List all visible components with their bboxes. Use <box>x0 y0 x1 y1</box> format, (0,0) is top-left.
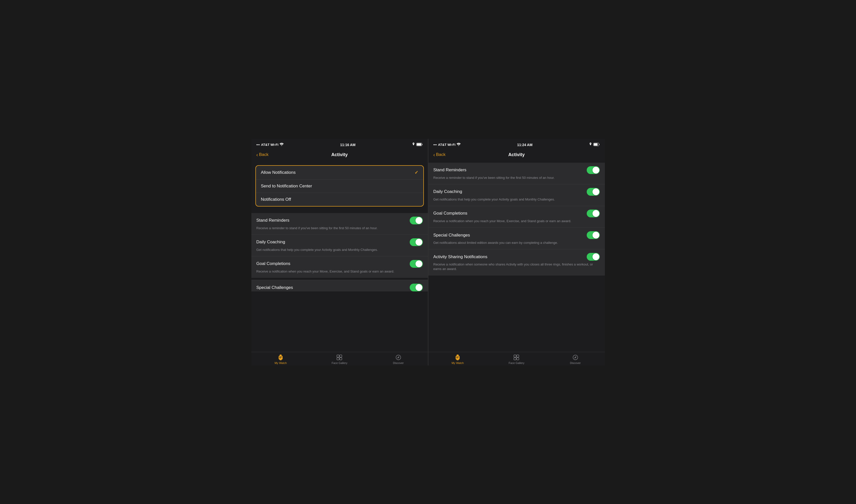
tab-my-watch-label-right: My Watch <box>451 361 464 364</box>
stand-reminders-desc-left: Receive a reminder to stand if you've be… <box>256 226 423 233</box>
special-challenges-label-right: Special Challenges <box>433 233 470 238</box>
status-right-left <box>412 143 423 147</box>
status-bar-right: ▪▪▪ AT&T Wi-Fi 11:24 AM <box>428 139 605 150</box>
activity-sharing-desc-right: Receive a notification when someone who … <box>433 262 600 274</box>
toggle-knob <box>593 253 599 260</box>
status-right-right <box>589 143 600 147</box>
goal-completions-desc-left: Receive a notification when you reach yo… <box>256 269 423 276</box>
wifi-icon-right <box>457 143 461 147</box>
svg-rect-11 <box>340 358 342 360</box>
back-label-right[interactable]: Back <box>436 152 446 157</box>
daily-coaching-toggle-right[interactable] <box>587 188 600 196</box>
tab-discover-label-right: Discover <box>570 361 581 364</box>
checkmark-icon: ✓ <box>414 170 418 175</box>
stand-reminders-row-left: Stand Reminders Receive a reminder to st… <box>251 213 428 235</box>
toggle-knob <box>415 217 422 224</box>
toggle-knob <box>593 167 599 174</box>
daily-coaching-toggle-left[interactable] <box>410 238 423 246</box>
tab-face-gallery-label-left: Face Gallery <box>331 361 347 364</box>
daily-coaching-label-right: Daily Coaching <box>433 189 462 194</box>
goal-completions-toggle-left[interactable] <box>410 260 423 268</box>
svg-rect-23 <box>514 358 516 360</box>
battery-icon-right <box>593 143 600 147</box>
toggle-knob <box>415 239 422 246</box>
stand-reminders-toggle-left[interactable] <box>410 217 423 224</box>
svg-rect-18 <box>457 359 458 360</box>
stand-reminders-toggle-right[interactable] <box>587 166 600 174</box>
time-label-right: 11:24 AM <box>517 143 532 147</box>
tab-my-watch-right[interactable]: My Watch <box>428 354 487 364</box>
tab-my-watch-left[interactable]: My Watch <box>251 354 310 364</box>
settings-section-right: Stand Reminders Receive a reminder to st… <box>428 163 605 275</box>
svg-rect-21 <box>514 355 516 357</box>
back-chevron-left: ‹ <box>256 152 258 158</box>
watch-icon-right <box>455 354 461 361</box>
goal-completions-label-right: Goal Completions <box>433 211 467 216</box>
tab-face-gallery-label-right: Face Gallery <box>509 361 524 364</box>
discover-icon-left <box>395 354 401 361</box>
tab-discover-left[interactable]: Discover <box>369 354 428 364</box>
stand-reminders-desc-right: Receive a reminder to stand if you've be… <box>433 176 600 183</box>
svg-rect-5 <box>280 359 281 360</box>
notif-option-center[interactable]: Send to Notification Center <box>256 180 423 193</box>
back-button-left[interactable]: ‹ Back <box>256 152 269 158</box>
phone-left: ▪▪▪ AT&T Wi-Fi 11:16 AM <box>251 139 428 365</box>
svg-point-0 <box>281 145 282 146</box>
watch-icon-left <box>277 354 284 361</box>
daily-coaching-label-left: Daily Coaching <box>256 239 285 245</box>
tab-discover-label-left: Discover <box>393 361 404 364</box>
tab-bar-left: My Watch Face Gallery <box>251 352 428 365</box>
content-left: Allow Notifications ✓ Send to Notificati… <box>251 161 428 352</box>
back-button-right[interactable]: ‹ Back <box>433 152 446 158</box>
tab-face-gallery-left[interactable]: Face Gallery <box>310 354 369 364</box>
discover-icon-right <box>572 354 579 361</box>
tab-my-watch-label-left: My Watch <box>275 361 287 364</box>
daily-coaching-desc-right: Get notifications that help you complete… <box>433 197 600 204</box>
toggle-knob <box>593 188 599 195</box>
tab-face-gallery-right[interactable]: Face Gallery <box>487 354 546 364</box>
tab-discover-right[interactable]: Discover <box>546 354 605 364</box>
face-gallery-icon-right <box>513 354 520 361</box>
svg-rect-20 <box>456 357 458 358</box>
location-icon <box>412 143 415 147</box>
goal-completions-row-left: Goal Completions Receive a notification … <box>251 256 428 278</box>
notification-selector: Allow Notifications ✓ Send to Notificati… <box>255 165 424 206</box>
toggle-knob <box>415 284 422 291</box>
status-left: ▪▪▪ AT&T Wi-Fi <box>256 143 284 147</box>
notif-option-off[interactable]: Notifications Off <box>256 193 423 206</box>
svg-rect-10 <box>337 358 339 360</box>
carrier-label-right: AT&T Wi-Fi <box>438 143 455 147</box>
svg-point-13 <box>458 145 459 146</box>
daily-coaching-row-left: Daily Coaching Get notifications that he… <box>251 235 428 256</box>
special-challenges-row-left: Special Challenges <box>251 280 428 291</box>
nav-title-right: Activity <box>508 152 525 158</box>
time-label-left: 11:16 AM <box>340 143 356 147</box>
stand-reminders-label-right: Stand Reminders <box>433 167 466 173</box>
battery-icon <box>416 143 423 147</box>
special-challenges-toggle-right[interactable] <box>587 231 600 239</box>
special-challenges-label-left: Special Challenges <box>256 285 293 290</box>
location-icon-right <box>589 143 592 147</box>
svg-rect-22 <box>517 355 519 357</box>
allow-notifications-label: Allow Notifications <box>261 170 296 175</box>
svg-rect-7 <box>279 357 281 358</box>
activity-sharing-toggle-right[interactable] <box>587 253 600 261</box>
stand-reminders-row-right: Stand Reminders Receive a reminder to st… <box>428 163 605 184</box>
goal-completions-desc-right: Receive a notification when you reach yo… <box>433 219 600 226</box>
send-to-center-label: Send to Notification Center <box>261 184 312 188</box>
tab-bar-right: My Watch Face Gallery <box>428 352 605 365</box>
svg-rect-2 <box>417 143 421 146</box>
wifi-icon <box>280 143 284 147</box>
signal-icon-right: ▪▪▪ <box>433 143 437 147</box>
goal-completions-toggle-right[interactable] <box>587 210 600 217</box>
content-right: Stand Reminders Receive a reminder to st… <box>428 161 605 352</box>
status-bar-left: ▪▪▪ AT&T Wi-Fi 11:16 AM <box>251 139 428 150</box>
special-challenges-toggle-left[interactable] <box>410 284 423 291</box>
notif-option-allow[interactable]: Allow Notifications ✓ <box>256 166 423 180</box>
stand-reminders-label-left: Stand Reminders <box>256 218 289 223</box>
goal-completions-row-right: Goal Completions Receive a notification … <box>428 206 605 228</box>
toggle-knob <box>593 210 599 217</box>
nav-bar-right: ‹ Back Activity <box>428 150 605 161</box>
back-label-left[interactable]: Back <box>259 152 269 157</box>
goal-completions-label-left: Goal Completions <box>256 261 290 266</box>
